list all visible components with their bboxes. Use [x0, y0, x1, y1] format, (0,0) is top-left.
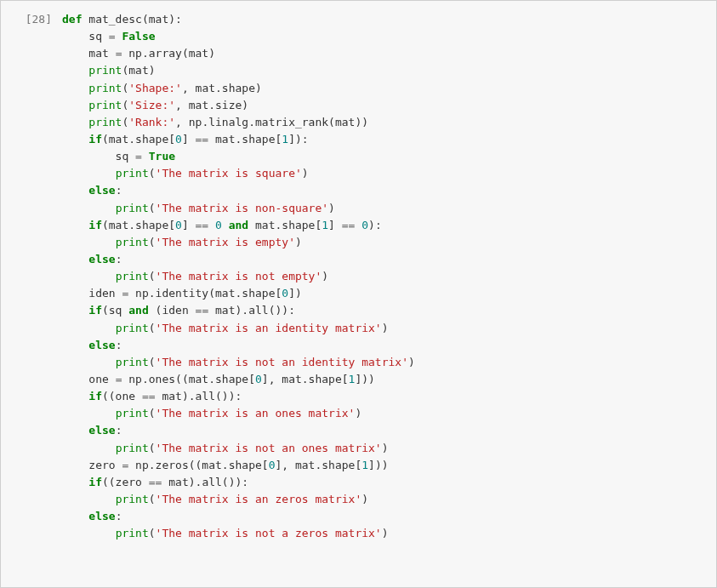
code-token: print	[116, 167, 149, 180]
code-token: ((zero	[102, 476, 149, 488]
code-token: :	[116, 184, 122, 197]
code-token: (	[149, 270, 156, 283]
code-token: 'The matrix is not an ones matrix'	[156, 442, 382, 454]
code-token: 0	[255, 373, 262, 385]
code-token	[62, 322, 116, 334]
code-token: (	[149, 442, 156, 454]
code-token: ==	[149, 476, 162, 488]
code-token: (	[149, 527, 156, 539]
code-token: 'The matrix is non-square'	[156, 202, 329, 214]
code-token: mat_desc	[88, 13, 142, 26]
code-token: print	[88, 82, 122, 94]
code-token: ==	[196, 133, 209, 146]
code-line: print('The matrix is non-square')	[62, 200, 708, 217]
code-token: ]	[182, 219, 196, 231]
code-token: 'The matrix is an ones matrix'	[156, 407, 356, 420]
code-token: (mat)	[122, 64, 155, 77]
code-token: else	[88, 424, 115, 437]
code-token: ], mat.shape[	[262, 373, 349, 385]
code-line: print('The matrix is an zeros matrix')	[62, 491, 708, 508]
code-token: ==	[142, 390, 156, 402]
code-token: )	[382, 442, 389, 454]
code-line: if(sq and (iden == mat).all()):	[62, 302, 708, 319]
code-line: print('The matrix is not a zeros matrix'…	[62, 525, 708, 542]
code-token: (	[149, 167, 156, 180]
code-token: =	[135, 150, 142, 163]
code-line: else:	[62, 182, 708, 199]
code-token	[62, 304, 88, 317]
code-token: )	[328, 202, 335, 214]
code-line: if((one == mat).all()):	[62, 388, 708, 405]
code-line: else:	[62, 337, 708, 354]
code-token: print	[116, 442, 149, 454]
code-token: mat.shape[	[248, 219, 322, 231]
code-editor[interactable]: def mat_desc(mat): sq = False mat = np.a…	[59, 8, 716, 580]
code-token: 0	[175, 133, 182, 146]
code-line: print('Rank:', np.linalg.matrix_rank(mat…	[62, 114, 708, 131]
code-token	[62, 407, 116, 420]
code-token: ]):	[288, 133, 308, 146]
code-line: print('The matrix is an identity matrix'…	[62, 320, 708, 337]
code-line: zero = np.zeros((mat.shape[0], mat.shape…	[62, 457, 708, 474]
code-token: 1	[361, 459, 368, 471]
code-token: )	[382, 322, 389, 334]
code-token: print	[116, 202, 149, 214]
code-token: np.identity(mat.shape[	[128, 287, 282, 300]
code-token	[62, 527, 116, 539]
code-token: (	[149, 407, 156, 420]
code-token: =	[109, 30, 116, 43]
code-token: ==	[196, 304, 209, 317]
code-token: (	[149, 322, 156, 334]
code-token	[62, 493, 116, 505]
code-token: :	[116, 510, 122, 522]
code-token: (sq	[102, 304, 128, 317]
code-token: print	[116, 527, 149, 539]
code-token: mat).all()):	[156, 390, 242, 402]
code-token: ]	[328, 219, 342, 231]
code-token: (	[149, 202, 156, 214]
code-token: one	[62, 373, 116, 385]
code-token: 'Shape:'	[128, 82, 182, 94]
code-token: and	[229, 219, 248, 231]
code-token	[62, 356, 116, 368]
code-token: (mat.shape[	[102, 133, 175, 146]
code-token: zero	[62, 459, 122, 471]
code-token: False	[122, 30, 155, 43]
code-token	[62, 339, 88, 351]
code-token: print	[116, 407, 149, 420]
code-line: print('The matrix is an ones matrix')	[62, 405, 708, 422]
code-token: print	[116, 322, 149, 334]
code-token: print	[116, 356, 149, 368]
code-token	[62, 82, 88, 94]
code-token: iden	[62, 287, 122, 300]
code-token	[142, 150, 149, 163]
code-token	[222, 219, 229, 231]
code-token: mat	[62, 47, 116, 60]
code-token: )	[322, 270, 328, 283]
code-token: ==	[342, 219, 356, 231]
code-token: (	[149, 356, 156, 368]
code-line: sq = False	[62, 28, 708, 45]
code-token: (	[149, 236, 156, 248]
code-token: ):	[368, 219, 382, 231]
code-token: if	[88, 219, 102, 231]
code-token: if	[88, 304, 102, 317]
code-token	[62, 253, 88, 265]
code-token	[62, 236, 116, 248]
code-token: )	[355, 407, 361, 420]
code-line: print(mat)	[62, 62, 708, 79]
code-token: ]))	[368, 459, 388, 471]
code-token: print	[116, 493, 149, 505]
code-token: else	[88, 253, 115, 265]
code-token: )	[302, 167, 309, 180]
code-token: ]))	[355, 373, 374, 385]
code-token	[62, 442, 116, 454]
code-token: , mat.size)	[175, 99, 248, 111]
code-token: )	[361, 493, 368, 505]
code-line: iden = np.identity(mat.shape[0])	[62, 285, 708, 302]
code-line: mat = np.array(mat)	[62, 45, 708, 62]
code-token: else	[88, 184, 115, 197]
code-line: if(mat.shape[0] == 0 and mat.shape[1] ==…	[62, 217, 708, 234]
code-token	[62, 184, 88, 197]
code-token	[62, 390, 88, 402]
